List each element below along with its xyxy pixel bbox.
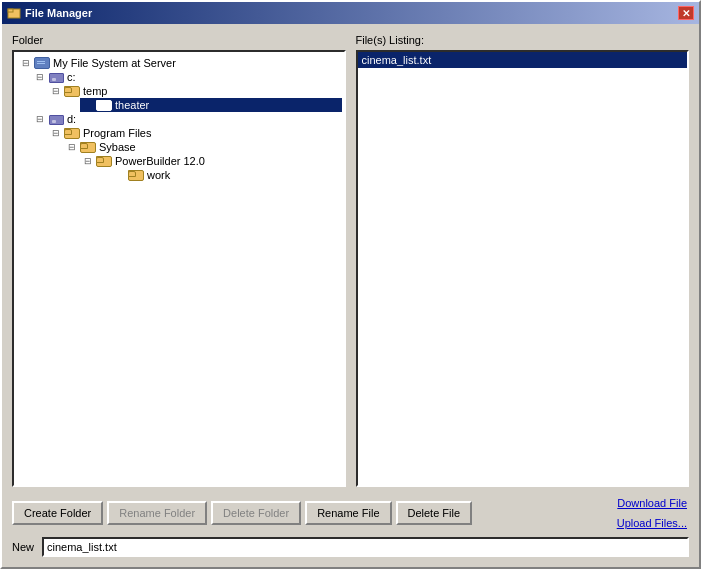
tree-node-sybase: ⊟ Sybase ⊟ Po	[48, 140, 342, 182]
folder-theater-icon	[96, 99, 112, 111]
tree-label-theater: theater	[115, 99, 149, 111]
file-name-cinema: cinema_list.txt	[362, 54, 432, 66]
close-button[interactable]: ✕	[678, 6, 694, 20]
svg-rect-1	[8, 9, 13, 12]
tree-node-theater: theater	[48, 98, 342, 112]
links-group: Download File Upload Files...	[615, 495, 689, 531]
tree-label-c: c:	[67, 71, 76, 83]
folder-temp-icon	[64, 85, 80, 97]
button-group-left: Create Folder Rename Folder Delete Folde…	[12, 501, 472, 525]
tree-node-programfiles: ⊟ Program Files ⊟ Sybase	[32, 126, 342, 182]
new-label: New	[12, 541, 34, 553]
drive-c-icon	[48, 71, 64, 83]
files-list-container[interactable]: cinema_list.txt	[356, 50, 690, 487]
tree-item-theater[interactable]: theater	[80, 98, 342, 112]
button-row: Create Folder Rename Folder Delete Folde…	[12, 495, 689, 531]
files-panel: File(s) Listing: cinema_list.txt	[356, 34, 690, 487]
new-row: New	[12, 537, 689, 557]
expand-icon-powerbuilder: ⊟	[80, 156, 96, 166]
folder-powerbuilder-icon	[96, 155, 112, 167]
download-file-button[interactable]: Download File	[615, 495, 689, 511]
expand-icon-c: ⊟	[32, 72, 48, 82]
title-bar-left: File Manager	[7, 6, 92, 20]
tree-node-temp: ⊟ temp theater	[32, 84, 342, 112]
tree-item-powerbuilder[interactable]: ⊟ PowerBuilder 12.0	[80, 154, 342, 168]
tree-label-work: work	[147, 169, 170, 181]
tree-node-powerbuilder: ⊟ PowerBuilder 12.0	[64, 154, 342, 182]
files-panel-label: File(s) Listing:	[356, 34, 690, 46]
tree-item-sybase[interactable]: ⊟ Sybase	[64, 140, 342, 154]
tree-label-temp: temp	[83, 85, 107, 97]
folder-work-icon	[128, 169, 144, 181]
folder-panel-label: Folder	[12, 34, 346, 46]
expand-icon-root: ⊟	[18, 58, 34, 68]
folder-panel: Folder ⊟ My File System at Server ⊟	[12, 34, 346, 487]
rename-folder-button[interactable]: Rename Folder	[107, 501, 207, 525]
file-manager-window: File Manager ✕ Folder ⊟ My File System a…	[0, 0, 701, 569]
bottom-area: Create Folder Rename Folder Delete Folde…	[12, 495, 689, 557]
window-body: Folder ⊟ My File System at Server ⊟	[2, 24, 699, 567]
expand-icon-programfiles: ⊟	[48, 128, 64, 138]
expand-icon-temp: ⊟	[48, 86, 64, 96]
rename-file-button[interactable]: Rename File	[305, 501, 391, 525]
tree-node-work: work	[80, 168, 342, 182]
file-item-cinema[interactable]: cinema_list.txt	[358, 52, 688, 68]
tree-item-d[interactable]: ⊟ d:	[32, 112, 342, 126]
tree-item-root[interactable]: ⊟ My File System at Server	[16, 56, 342, 70]
drive-d-icon	[48, 113, 64, 125]
expand-icon-sybase: ⊟	[64, 142, 80, 152]
tree-label-programfiles: Program Files	[83, 127, 151, 139]
window-title: File Manager	[25, 7, 92, 19]
delete-folder-button[interactable]: Delete Folder	[211, 501, 301, 525]
tree-item-programfiles[interactable]: ⊟ Program Files	[48, 126, 342, 140]
tree-label-sybase: Sybase	[99, 141, 136, 153]
delete-file-button[interactable]: Delete File	[396, 501, 473, 525]
tree-label-root: My File System at Server	[53, 57, 176, 69]
tree-item-c[interactable]: ⊟ c:	[32, 70, 342, 84]
tree-label-powerbuilder: PowerBuilder 12.0	[115, 155, 205, 167]
server-icon	[34, 57, 50, 69]
create-folder-button[interactable]: Create Folder	[12, 501, 103, 525]
expand-icon-d: ⊟	[32, 114, 48, 124]
tree-node-d: ⊟ d: ⊟ Program Files	[16, 112, 342, 182]
tree-node-root: ⊟ My File System at Server ⊟ c:	[16, 56, 342, 182]
upload-files-button[interactable]: Upload Files...	[615, 515, 689, 531]
window-icon	[7, 6, 21, 20]
tree-item-work[interactable]: work	[112, 168, 342, 182]
tree-node-c: ⊟ c: ⊟ temp	[16, 70, 342, 112]
new-filename-input[interactable]	[42, 537, 689, 557]
folder-sybase-icon	[80, 141, 96, 153]
folder-tree-container[interactable]: ⊟ My File System at Server ⊟ c:	[12, 50, 346, 487]
title-bar: File Manager ✕	[2, 2, 699, 24]
tree-label-d: d:	[67, 113, 76, 125]
folder-programfiles-icon	[64, 127, 80, 139]
tree-item-temp[interactable]: ⊟ temp	[48, 84, 342, 98]
main-content: Folder ⊟ My File System at Server ⊟	[12, 34, 689, 487]
